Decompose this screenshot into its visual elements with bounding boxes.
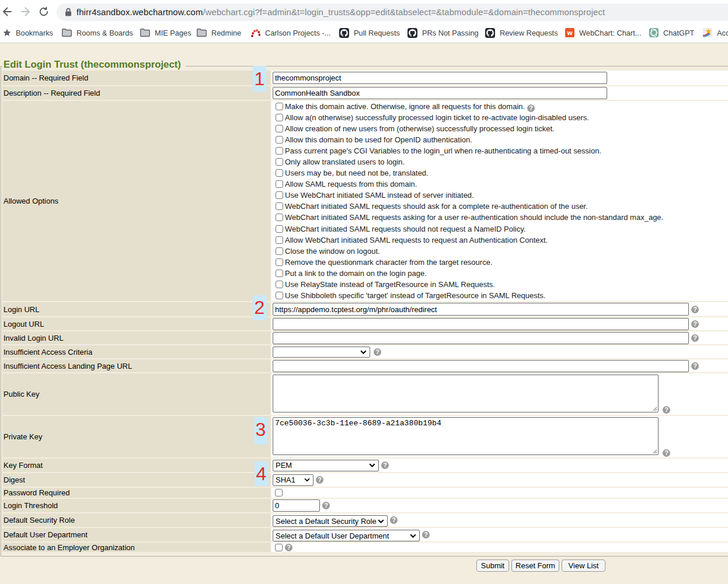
svg-text:w: w [567, 29, 573, 36]
